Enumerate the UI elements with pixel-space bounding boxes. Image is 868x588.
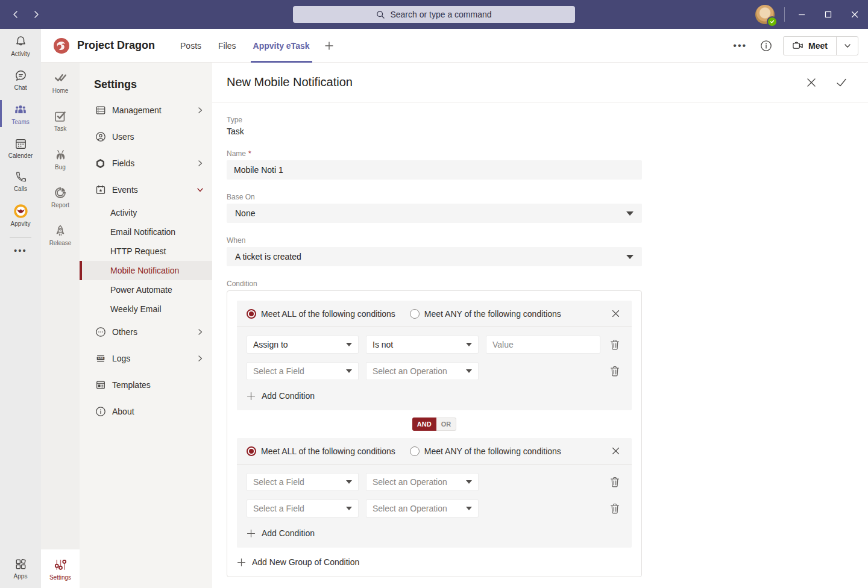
- add-condition-button[interactable]: Add Condition: [237, 526, 632, 548]
- field-dropdown[interactable]: Select a Field: [247, 499, 359, 518]
- nav-label: Fields: [112, 158, 190, 168]
- operation-dropdown[interactable]: Select an Operation: [366, 473, 479, 491]
- nav-item-users[interactable]: Users: [80, 124, 212, 150]
- sidebar-item-activity[interactable]: Activity: [0, 29, 41, 63]
- name-input[interactable]: [227, 160, 642, 180]
- nav-item-logs[interactable]: LOG Logs: [80, 345, 212, 372]
- module-item-bug[interactable]: Bug: [41, 139, 80, 178]
- nav-item-others[interactable]: Others: [80, 319, 212, 345]
- search-input[interactable]: Search or type a command: [293, 6, 575, 23]
- sidebar-label: Teams: [11, 119, 29, 125]
- meet-button[interactable]: Meet: [783, 36, 858, 55]
- page-title: New Mobile Notification: [227, 75, 804, 89]
- value-input[interactable]: [486, 336, 600, 354]
- sidebar-item-teams[interactable]: Teams: [0, 96, 41, 131]
- close-button[interactable]: [841, 0, 868, 29]
- maximize-button[interactable]: [815, 0, 841, 29]
- sidebar-item-calls[interactable]: Calls: [0, 164, 41, 198]
- channel-info-icon[interactable]: [760, 40, 772, 52]
- tab-files[interactable]: Files: [210, 29, 245, 63]
- add-condition-button[interactable]: Add Condition: [237, 389, 632, 410]
- field-dropdown[interactable]: Select a Field: [247, 473, 359, 491]
- operation-dropdown[interactable]: Select an Operation: [366, 362, 479, 380]
- when-dropdown[interactable]: A ticket is created: [227, 247, 642, 266]
- trash-icon[interactable]: [608, 475, 622, 489]
- when-label: When: [227, 236, 642, 245]
- sidebar-label: Calender: [8, 152, 33, 159]
- condition-row: Assign to Is not: [247, 336, 622, 354]
- meet-all-radio[interactable]: Meet ALL of the following conditions: [247, 446, 395, 456]
- trash-icon[interactable]: [608, 501, 622, 516]
- nav-item-fields[interactable]: Fields: [80, 150, 212, 177]
- nav-item-about[interactable]: About: [80, 398, 212, 425]
- module-label: Report: [51, 202, 69, 208]
- nav-label: Events: [112, 185, 190, 195]
- minimize-button[interactable]: [788, 0, 815, 29]
- chevron-down-icon: [346, 507, 352, 510]
- nav-subitem-mobile-notification[interactable]: Mobile Notification: [80, 261, 212, 280]
- nav-subitem-weekly-email[interactable]: Weekly Email: [80, 299, 212, 319]
- nav-subitem-http-request[interactable]: HTTP Request: [80, 242, 212, 261]
- mobile-notification-form: New Mobile Notification Type Task: [212, 63, 868, 588]
- or-toggle[interactable]: OR: [436, 418, 457, 431]
- more-apps-icon[interactable]: •••: [14, 240, 27, 260]
- operation-dropdown[interactable]: Select an Operation: [366, 499, 479, 518]
- sidebar-item-appvity[interactable]: Appvity: [0, 198, 41, 233]
- appvity-logo-icon: [13, 204, 28, 219]
- nav-subitem-power-automate[interactable]: Power Automate: [80, 280, 212, 299]
- settings-sliders-icon: [53, 557, 68, 572]
- module-item-report[interactable]: Report: [41, 178, 80, 216]
- window-divider: [784, 7, 785, 22]
- server-icon: [95, 105, 106, 116]
- user-icon: [95, 131, 106, 142]
- tab-posts[interactable]: Posts: [172, 29, 210, 63]
- back-icon[interactable]: [10, 8, 22, 20]
- nav-item-management[interactable]: Management: [80, 97, 212, 124]
- remove-group-icon[interactable]: [609, 445, 622, 458]
- more-options-icon[interactable]: •••: [731, 38, 749, 54]
- nav-item-events[interactable]: Events: [80, 177, 212, 203]
- trash-icon[interactable]: [608, 364, 622, 378]
- teams-people-icon: [13, 102, 28, 117]
- nav-item-templates[interactable]: Templates: [80, 372, 212, 398]
- save-check-icon[interactable]: [834, 75, 849, 90]
- user-avatar[interactable]: [755, 5, 775, 24]
- meet-any-radio[interactable]: Meet ANY of the following conditions: [410, 446, 561, 456]
- nav-subitem-email-notification[interactable]: Email Notification: [80, 222, 212, 242]
- forward-icon[interactable]: [30, 8, 42, 20]
- tab-appvity-etask[interactable]: Appvity eTask: [245, 29, 318, 63]
- plus-icon: [247, 529, 256, 538]
- field-dropdown[interactable]: Assign to: [247, 336, 359, 354]
- sidebar-item-chat[interactable]: Chat: [0, 63, 41, 96]
- and-toggle[interactable]: AND: [412, 418, 436, 431]
- base-on-dropdown[interactable]: None: [227, 204, 642, 223]
- meet-any-radio[interactable]: Meet ANY of the following conditions: [410, 309, 561, 319]
- nav-label: Management: [112, 105, 190, 115]
- field-dropdown[interactable]: Select a Field: [247, 362, 359, 380]
- module-item-settings[interactable]: Settings: [41, 549, 80, 588]
- sidebar-item-apps[interactable]: Apps: [0, 551, 41, 588]
- module-item-release[interactable]: Release: [41, 216, 80, 254]
- settings-nav-panel: Settings Management Users: [80, 63, 212, 588]
- add-tab-icon[interactable]: [318, 29, 340, 63]
- channel-tabs: Posts Files Appvity eTask: [172, 29, 339, 63]
- operation-dropdown[interactable]: Is not: [366, 336, 479, 354]
- chevron-down-icon: [346, 480, 352, 484]
- module-item-home[interactable]: Home: [41, 63, 80, 101]
- module-item-task[interactable]: Task: [41, 101, 80, 139]
- etask-module-rail: Home Task Bug: [41, 63, 80, 588]
- cancel-icon[interactable]: [804, 75, 819, 90]
- plus-icon: [237, 558, 246, 567]
- meet-dropdown-icon[interactable]: [836, 36, 858, 55]
- meet-all-radio[interactable]: Meet ALL of the following conditions: [247, 309, 395, 319]
- add-group-button[interactable]: Add New Group of Condition: [237, 548, 632, 567]
- nav-subitem-activity[interactable]: Activity: [80, 203, 212, 222]
- chevron-down-icon: [466, 343, 472, 346]
- sidebar-label: Apps: [14, 573, 28, 580]
- sidebar-item-calendar[interactable]: Calender: [0, 131, 41, 164]
- ellipsis-circle-icon: [95, 327, 106, 337]
- chevron-down-icon: [466, 369, 472, 373]
- trash-icon[interactable]: [608, 337, 622, 352]
- remove-group-icon[interactable]: [609, 307, 622, 321]
- chat-icon: [14, 69, 28, 83]
